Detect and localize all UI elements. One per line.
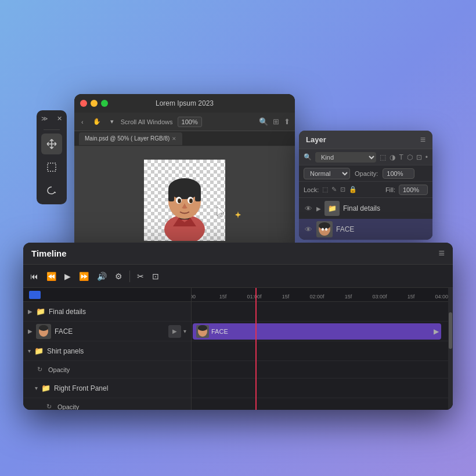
svg-point-13 (322, 228, 324, 231)
timeline-layers: ▶ 📁 Final details ▶ FACE ▶ ▾ (23, 288, 192, 410)
expand-icon-final[interactable]: ▶ (316, 205, 321, 212)
search-icon[interactable]: 🔍 (259, 117, 268, 126)
maximize-button[interactable] (101, 100, 108, 107)
clip-thumb-svg (196, 325, 209, 338)
close-button[interactable] (80, 100, 87, 107)
tl-layer-final-details[interactable]: ▶ 📁 Final details (23, 302, 191, 322)
settings-btn[interactable]: ⚙ (114, 271, 124, 282)
svg-rect-0 (48, 163, 56, 171)
tl-layer-shirt-panels[interactable]: ▾ 📁 Shirt panels (23, 341, 191, 361)
selection-tool[interactable] (41, 157, 62, 178)
pixel-filter-icon[interactable]: ⬚ (380, 153, 386, 161)
layer-kind-select[interactable]: Kind (315, 152, 376, 163)
photoshop-window: Lorem Ipsum 2023 ‹ ✋ ▾ Scroll All Window… (74, 94, 295, 254)
fill-input[interactable] (399, 185, 428, 195)
toolbox-header: ≫ ✕ (39, 114, 64, 124)
tl-opacity-icon-right-front: ↻ (46, 403, 52, 410)
tl-sub-opacity-right-front[interactable]: ↻ Opacity (23, 398, 191, 410)
more-filter-icon[interactable]: • (425, 153, 428, 161)
adjustment-filter-icon[interactable]: ◑ (390, 153, 395, 161)
tl-collapse-icon-face[interactable]: ▾ (183, 328, 186, 334)
ps-tab-main[interactable]: Main.psd @ 50% ( Layer RGB/8) ✕ (79, 132, 182, 145)
tl-track-final-details (192, 302, 453, 322)
folder-thumbnail-final: 📁 (324, 201, 340, 216)
layer-thumbnail-face (316, 221, 333, 237)
tl-layer-right-front[interactable]: ▾ 📁 Right Front Panel (23, 378, 191, 398)
layer-item-face[interactable]: 👁 FACE (299, 219, 432, 240)
time-04-00f: 04:00f (435, 294, 449, 300)
tl-expand-face[interactable]: ▶ (28, 328, 33, 334)
svg-point-16 (39, 325, 48, 331)
tool-divider (44, 129, 60, 130)
canvas-image (144, 160, 225, 241)
text-filter-icon[interactable]: T (399, 153, 403, 161)
tl-clip-end-icon[interactable]: ▶ (434, 327, 439, 336)
share-icon[interactable]: ⬆ (284, 117, 290, 126)
tl-expand-right-front[interactable]: ▾ (35, 385, 38, 391)
visibility-icon-face[interactable]: 👁 (304, 225, 313, 234)
tab-close-icon[interactable]: ✕ (172, 136, 176, 142)
tl-expand-shirt[interactable]: ▾ (28, 348, 31, 354)
lock-pos-icon[interactable]: ✎ (331, 186, 337, 193)
layout-icon[interactable]: ⊞ (273, 117, 279, 126)
go-back-btn[interactable]: ⏪ (45, 271, 57, 282)
tl-layer-name-right-front: Right Front Panel (54, 384, 108, 392)
tl-sub-opacity-shirt[interactable]: ↻ Opacity (23, 361, 191, 378)
timeline-header: Timeline ≡ (23, 243, 453, 265)
scrollbar-thumb[interactable] (449, 312, 452, 349)
lock-pixels-icon[interactable]: ⬚ (322, 186, 328, 193)
play-btn[interactable]: ▶ (63, 271, 72, 282)
lock-label: Lock: (304, 186, 319, 193)
time-00: 00 (192, 294, 196, 300)
layer-panel-header: Layer ≡ (299, 131, 432, 149)
minimize-button[interactable] (91, 100, 98, 107)
toolbox-expand-icon[interactable]: ≫ (41, 115, 48, 122)
layer-panel: Layer ≡ 🔍 Kind ⬚ ◑ T ⬡ ⊡ • Normal Opacit… (299, 131, 432, 240)
tl-clip-thumb-face (196, 325, 209, 338)
back-btn[interactable]: ‹ (79, 117, 86, 127)
tl-right-face: ▶ ▾ (168, 325, 186, 338)
timeline-title: Timeline (31, 248, 67, 258)
hand-tool-btn[interactable]: ✋ (91, 117, 103, 127)
move-tool[interactable] (41, 134, 62, 154)
smart-filter-icon[interactable]: ⊡ (416, 153, 422, 161)
svg-rect-6 (195, 189, 201, 201)
ctrl-divider (129, 271, 130, 282)
timeline-tracks: 00 15f 01:00f 15f 02:00f 15f 03:00f 15f … (192, 288, 453, 410)
tl-track-opacity-right-front (192, 398, 453, 410)
audio-btn[interactable]: 🔊 (96, 271, 108, 282)
tl-layer-face[interactable]: ▶ FACE ▶ ▾ (23, 322, 191, 341)
scroll-all-windows-btn[interactable]: Scroll All Windows (121, 118, 173, 125)
clone-btn[interactable]: ⊡ (151, 271, 160, 282)
layer-menu-icon[interactable]: ≡ (420, 135, 425, 145)
tl-clip-face[interactable]: FACE ▶ (193, 323, 441, 340)
go-start-btn[interactable]: ⏮ (29, 271, 39, 282)
toolbox-close-icon[interactable]: ✕ (57, 115, 62, 122)
ps-tab-bar: Main.psd @ 50% ( Layer RGB/8) ✕ (74, 131, 295, 146)
shape-filter-icon[interactable]: ⬡ (407, 153, 413, 161)
blend-mode-select[interactable]: Normal (304, 168, 350, 179)
tl-track-right-front-panel (192, 378, 453, 398)
timeline-menu-icon[interactable]: ≡ (438, 247, 445, 259)
lasso-tool[interactable] (41, 180, 62, 201)
tl-playhead[interactable] (255, 288, 257, 410)
layer-item-final-details[interactable]: 👁 ▶ 📁 Final details (299, 198, 432, 219)
tl-expand-final[interactable]: ▶ (28, 308, 33, 315)
go-forward-btn[interactable]: ⏩ (78, 271, 90, 282)
timeline-scrollbar-v[interactable] (448, 288, 453, 410)
toolbox-panel: ≫ ✕ (37, 110, 67, 204)
nav-dropdown[interactable]: ▾ (108, 117, 116, 127)
folder-icon-final: 📁 (328, 204, 337, 212)
playhead-marker (29, 291, 41, 299)
opacity-input[interactable] (383, 168, 414, 179)
tl-video-btn-face[interactable]: ▶ (168, 325, 181, 338)
cut-btn[interactable]: ✂ (136, 271, 145, 282)
lock-artboard-icon[interactable]: ⊡ (340, 186, 345, 193)
lock-all-icon[interactable]: 🔒 (349, 186, 357, 193)
tl-folder-icon-right-front: 📁 (41, 384, 51, 392)
visibility-icon-final[interactable]: 👁 (304, 204, 313, 213)
timeline-panel: Timeline ≡ ⏮ ⏪ ▶ ⏩ 🔊 ⚙ ✂ ⊡ ▶ 📁 Final det… (23, 243, 453, 410)
tl-layer-name-face: FACE (55, 327, 73, 336)
zoom-display[interactable]: 100% (178, 117, 202, 127)
ps-canvas-area (74, 146, 295, 254)
